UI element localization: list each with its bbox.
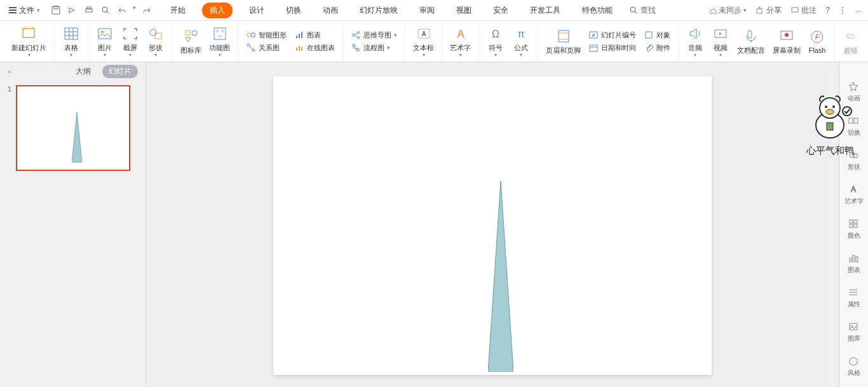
chart-icon: [294, 30, 304, 40]
rp-chart[interactable]: 图表: [848, 253, 860, 275]
smartart-button[interactable]: 功能图▾: [205, 24, 234, 59]
slide-canvas[interactable]: [273, 76, 712, 375]
slide-number-icon: #: [588, 30, 599, 40]
audio-button[interactable]: 音频▾: [682, 24, 708, 59]
slide-thumbnail-1[interactable]: [16, 85, 130, 171]
print-preview-icon[interactable]: [100, 4, 111, 16]
slide-number-button[interactable]: #幻灯片编号: [587, 29, 637, 41]
print-icon[interactable]: [83, 4, 95, 16]
rp-animation[interactable]: 动画: [848, 81, 860, 103]
panel-header: « 大纲 幻灯片: [0, 62, 146, 80]
svg-rect-33: [301, 32, 302, 38]
equation-button[interactable]: π 公式▾: [508, 24, 534, 59]
textbox-button[interactable]: A 文本框▾: [409, 24, 438, 59]
header-footer-button[interactable]: 页眉和页脚: [542, 27, 585, 57]
rp-color[interactable]: 颜色: [848, 219, 860, 240]
table-button[interactable]: 表格▾: [58, 24, 84, 59]
collapse-ribbon-button[interactable]: ︿: [855, 5, 863, 16]
screenshot-button[interactable]: 截屏▾: [118, 24, 143, 59]
color-icon: [848, 219, 860, 230]
video-button[interactable]: 视频▾: [708, 24, 733, 59]
tab-transition[interactable]: 切换: [281, 3, 306, 18]
hyperlink-button[interactable]: 超链: [838, 27, 864, 57]
tab-insert[interactable]: 插入: [202, 3, 233, 18]
svg-rect-72: [850, 258, 851, 262]
outline-tab[interactable]: 大纲: [72, 65, 95, 78]
screen-rec-button[interactable]: 屏幕录制: [769, 27, 804, 57]
svg-marker-80: [850, 357, 857, 365]
svg-rect-3: [87, 7, 91, 9]
rp-shape[interactable]: 形状: [848, 150, 860, 172]
svg-rect-11: [65, 28, 78, 39]
rp-gallery[interactable]: 图库: [848, 322, 860, 343]
undo-icon[interactable]: [116, 4, 128, 16]
rp-property[interactable]: 属性: [848, 287, 860, 309]
tab-security[interactable]: 安全: [488, 3, 513, 18]
slides-tab[interactable]: 幻灯片: [102, 65, 138, 78]
title-bar: 文件 ▾ ▾ 开始 插入 设计 切换 动画 幻灯片放映 审阅 视图 安全 开发工…: [0, 0, 868, 21]
svg-rect-63: [849, 118, 853, 123]
object-button[interactable]: 对象: [642, 29, 672, 41]
more-button[interactable]: ⋮: [839, 6, 846, 15]
inserted-shape-triangle[interactable]: [488, 181, 513, 372]
svg-marker-62: [488, 181, 513, 372]
vertical-scrollbar[interactable]: [829, 62, 837, 387]
flash-icon: F: [809, 29, 825, 45]
chart-pane-icon: [848, 253, 860, 264]
svg-rect-54: [646, 32, 652, 38]
comment-button[interactable]: 批注: [790, 5, 817, 16]
new-slide-icon: [21, 25, 37, 42]
tab-features[interactable]: 特色功能: [577, 3, 618, 18]
save-icon[interactable]: [50, 4, 62, 16]
chart-button[interactable]: 图表: [293, 29, 336, 41]
online-chart-button[interactable]: 在线图表: [293, 42, 336, 53]
collapse-panel-button[interactable]: «: [8, 67, 11, 75]
svg-text:A: A: [457, 29, 464, 39]
flowchart-icon: [351, 43, 361, 53]
picture-button[interactable]: 图片▾: [92, 24, 118, 59]
tab-view[interactable]: 视图: [451, 3, 477, 18]
flowchart-button[interactable]: 流程图▾: [349, 42, 398, 53]
file-menu[interactable]: 文件 ▾: [5, 4, 44, 17]
tab-slideshow[interactable]: 幻灯片放映: [355, 3, 403, 18]
svg-rect-27: [252, 33, 255, 37]
svg-point-38: [358, 32, 360, 34]
svg-rect-34: [296, 48, 297, 51]
shapes-button[interactable]: 形状▾: [143, 24, 168, 59]
datetime-button[interactable]: 日期和时间: [587, 42, 637, 53]
symbol-button[interactable]: Ω 符号▾: [483, 24, 508, 59]
flash-button[interactable]: F Flash: [804, 27, 830, 55]
doc-audio-button[interactable]: 文档配音: [733, 27, 769, 57]
smart-shape-button[interactable]: 智能图形: [245, 29, 288, 41]
relation-button[interactable]: 关系图: [245, 42, 288, 53]
unsync-button[interactable]: 未同步▾: [708, 5, 747, 16]
rp-style[interactable]: 风格: [848, 356, 860, 377]
tab-start[interactable]: 开始: [165, 3, 191, 18]
preview-icon[interactable]: [67, 4, 78, 16]
shapes-icon: [147, 25, 164, 42]
tab-animation[interactable]: 动画: [318, 3, 343, 18]
search-button[interactable]: 查找: [629, 5, 656, 16]
help-button[interactable]: ?: [825, 6, 830, 15]
share-button[interactable]: 分享: [756, 5, 782, 16]
redo-icon[interactable]: [141, 4, 153, 16]
rp-wordart[interactable]: A艺术字: [844, 184, 864, 206]
search-label: 查找: [641, 5, 656, 16]
rp-transition[interactable]: 切换: [848, 116, 860, 137]
editor-canvas-area[interactable]: [146, 62, 839, 387]
svg-text:Ω: Ω: [492, 29, 499, 39]
tab-review[interactable]: 审阅: [414, 3, 440, 18]
svg-rect-16: [98, 29, 111, 39]
attachment-button[interactable]: 附件: [642, 42, 672, 53]
mindmap-button[interactable]: 思维导图▾: [349, 29, 398, 41]
tab-developer[interactable]: 开发工具: [525, 3, 566, 18]
new-slide-button[interactable]: 新建幻灯片▾: [8, 24, 50, 59]
undo-dropdown[interactable]: ▾: [133, 4, 136, 16]
tab-design[interactable]: 设计: [244, 3, 269, 18]
iconlib-button[interactable]: 图标库: [177, 27, 205, 57]
svg-rect-56: [748, 31, 752, 38]
wordart-button[interactable]: A 艺术字▾: [446, 24, 475, 59]
hamburger-icon: [9, 7, 17, 13]
textbox-icon: A: [416, 25, 432, 42]
svg-point-17: [101, 31, 104, 33]
